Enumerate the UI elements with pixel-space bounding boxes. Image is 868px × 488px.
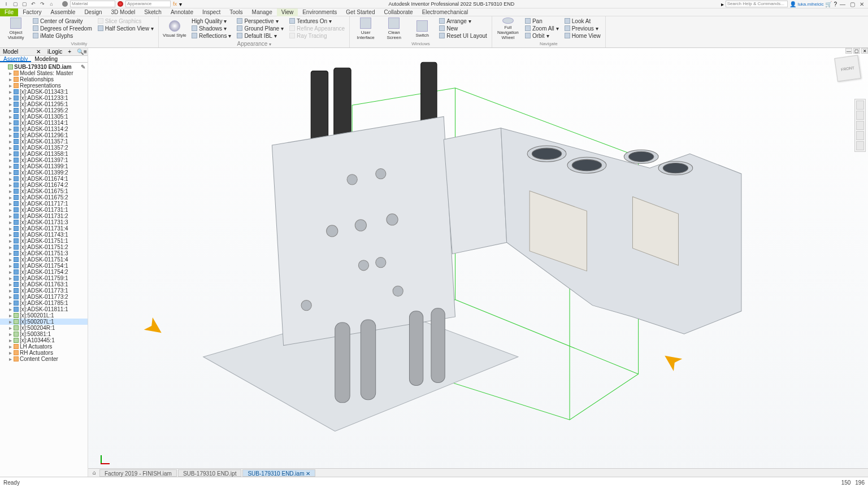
ground-plane-button[interactable]: Ground Plane▾ (236, 25, 285, 32)
orbit-button[interactable]: Orbit▾ (524, 32, 560, 39)
pan-button[interactable]: Pan (524, 18, 560, 24)
viewport-max-icon[interactable]: ▢ (853, 48, 860, 54)
nav-bar[interactable] (854, 99, 866, 152)
tree-node[interactable]: ▸[x]:ADSK-011785:1 (0, 300, 88, 306)
tree-node[interactable]: ▸[x]:A103445:1 (0, 337, 88, 343)
high-quality-button[interactable]: High Quality▾ (190, 18, 232, 24)
browser-tab-ilogic[interactable]: iLogic (45, 49, 65, 55)
tree-node[interactable]: ▸[x]:ADSK-011674:2 (0, 182, 88, 188)
maximize-button[interactable]: ▢ (848, 1, 856, 7)
material-dropdown[interactable]: Material (70, 1, 115, 7)
minimize-button[interactable]: — (839, 1, 847, 7)
close-button[interactable]: ✕ (858, 1, 866, 7)
ibl-button[interactable]: Default IBL▾ (236, 32, 285, 39)
zoom-all-button[interactable]: Zoom All▾ (524, 25, 560, 32)
tab-electromechanical[interactable]: Electromechanical (418, 8, 473, 16)
doc-tab-2[interactable]: SUB-179310 END.iam ✕ (242, 469, 315, 477)
open-icon[interactable]: ▢ (11, 1, 19, 7)
tab-file[interactable]: File (0, 8, 18, 16)
tree-node[interactable]: ▸LH Actuators (0, 343, 88, 350)
center-of-gravity-button[interactable]: Center of Gravity (32, 18, 93, 24)
doc-tab-1[interactable]: SUB-179310 END.ipt (178, 469, 242, 477)
tree-node[interactable]: ▸[x]:ADSK-011717:1 (0, 201, 88, 207)
tree-node[interactable]: ▸Relationships (0, 76, 88, 82)
tree-node[interactable]: ▸[x]:ADSK-011754:1 (0, 263, 88, 269)
tree-node[interactable]: ▸[x]:ADSK-011751:4 (0, 256, 88, 263)
tab-design[interactable]: Design (80, 8, 106, 16)
tree-node[interactable]: ▸[x]:ADSK-011399:1 (0, 163, 88, 169)
switch-button[interactable]: Switch (410, 18, 435, 40)
tree-node[interactable]: ▸[x]:ADSK-011358:1 (0, 151, 88, 157)
viewport-close-icon[interactable]: ✕ (861, 48, 868, 54)
previous-view-button[interactable]: Previous▾ (563, 25, 602, 32)
material-swatch-icon[interactable] (62, 1, 68, 7)
nav-orbit-icon[interactable] (856, 131, 864, 140)
tab-manage[interactable]: Manage (248, 8, 277, 16)
appearance-swatch-icon[interactable] (118, 1, 123, 7)
perspective-button[interactable]: Perspective▾ (236, 18, 285, 24)
search-toggle-icon[interactable]: ▸ (721, 1, 724, 7)
home-icon[interactable]: ⌂ (47, 1, 55, 7)
tree-node[interactable]: ▸[x]:ADSK-011675:2 (0, 194, 88, 201)
new-window-button[interactable]: New (438, 25, 488, 32)
tree-node[interactable]: ▸[x]:ADSK-011233:1 (0, 95, 88, 101)
look-at-button[interactable]: Look At (563, 18, 602, 24)
tree-node[interactable]: ▸[x]:500207L:1 (0, 319, 88, 325)
tree-node[interactable]: ▸Representations (0, 82, 88, 89)
save-icon[interactable]: ▢ (20, 1, 28, 7)
browser-tree[interactable]: SUB-179310 END.iam✎▸Model States: Master… (0, 63, 88, 477)
nav-pan-icon[interactable] (856, 111, 864, 120)
tab-getstarted[interactable]: Get Started (341, 8, 379, 16)
reset-ui-button[interactable]: Reset UI Layout (438, 32, 488, 39)
tree-node[interactable]: ▸[x]:ADSK-011773:2 (0, 294, 88, 300)
redo-icon[interactable]: ↷ (38, 1, 46, 7)
tree-node[interactable]: ▸[x]:500201L:1 (0, 312, 88, 319)
user-name[interactable]: luka.mihelcic (798, 2, 824, 7)
tree-node[interactable]: ▸[x]:ADSK-011397:1 (0, 157, 88, 163)
tab-environments[interactable]: Environments (298, 8, 341, 16)
tree-node[interactable]: ▸[x]:ADSK-011754:2 (0, 269, 88, 275)
home-view-button[interactable]: Home View (563, 32, 602, 39)
viewport-min-icon[interactable]: — (845, 48, 852, 54)
browser-search-icon[interactable]: 🔍 (74, 49, 81, 55)
tree-node[interactable]: ▸[x]:ADSK-011751:3 (0, 250, 88, 256)
tree-node[interactable]: ▸Content Center (0, 356, 88, 362)
tree-node[interactable]: ▸Model States: Master (0, 70, 88, 76)
tree-node[interactable]: ▸[x]:ADSK-011731:3 (0, 219, 88, 225)
help-search-input[interactable]: Search Help & Commands... (726, 1, 788, 7)
viewport[interactable]: — ▢ ✕ FRONT (88, 48, 868, 477)
half-section-button[interactable]: Half Section View▾ (97, 25, 155, 32)
tree-node[interactable]: SUB-179310 END.iam✎ (0, 64, 88, 70)
browser-tab-model[interactable]: Model (0, 49, 21, 55)
tab-inspect[interactable]: Inspect (198, 8, 225, 16)
tree-node[interactable]: ▸[x]:ADSK-011811:1 (0, 306, 88, 312)
tree-node[interactable]: ▸[x]:ADSK-011314:1 (0, 120, 88, 126)
tree-node[interactable]: ▸[x]:ADSK-011731:1 (0, 207, 88, 213)
tree-node[interactable]: ▸[x]:ADSK-011357:1 (0, 138, 88, 145)
tree-node[interactable]: ▸[x]:ADSK-011731:4 (0, 225, 88, 232)
tab-tools[interactable]: Tools (225, 8, 247, 16)
tree-node[interactable]: ▸[x]:ADSK-011357:2 (0, 145, 88, 151)
viewcube[interactable]: FRONT (834, 55, 861, 81)
help-icon[interactable]: ? (834, 1, 837, 7)
tree-node[interactable]: ▸[x]:ADSK-011675:1 (0, 188, 88, 194)
tree-node[interactable]: ▸[x]:ADSK-011743:1 (0, 232, 88, 238)
tree-node[interactable]: ▸RH Actuators (0, 350, 88, 356)
browser-subtab-assembly[interactable]: Assembly (0, 56, 31, 62)
tree-node[interactable]: ▸[x]:ADSK-011295:2 (0, 107, 88, 114)
tree-node[interactable]: ▸[x]:ADSK-011296:1 (0, 132, 88, 138)
user-interface-button[interactable]: User Interface (353, 18, 378, 40)
browser-tab-add-icon[interactable]: + (65, 49, 74, 55)
appearance-dropdown[interactable]: Appearance (125, 1, 171, 7)
arrange-button[interactable]: Arrange▾ (438, 18, 488, 24)
browser-menu-icon[interactable]: ≡ (81, 49, 88, 55)
app-icon[interactable]: I (2, 1, 10, 7)
fx-icon[interactable]: fx (173, 1, 177, 7)
nav-zoom-icon[interactable] (856, 121, 864, 130)
dof-button[interactable]: Degrees of Freedom (32, 25, 93, 32)
tree-node[interactable]: ▸[x]:ADSK-011305:1 (0, 114, 88, 120)
browser-subtab-modeling[interactable]: Modeling (31, 56, 61, 62)
object-visibility-button[interactable]: Object Visibility (3, 18, 28, 40)
tree-node[interactable]: ▸[x]:ADSK-011759:1 (0, 275, 88, 281)
tree-node[interactable]: ▸[x]:ADSK-011314:2 (0, 126, 88, 132)
